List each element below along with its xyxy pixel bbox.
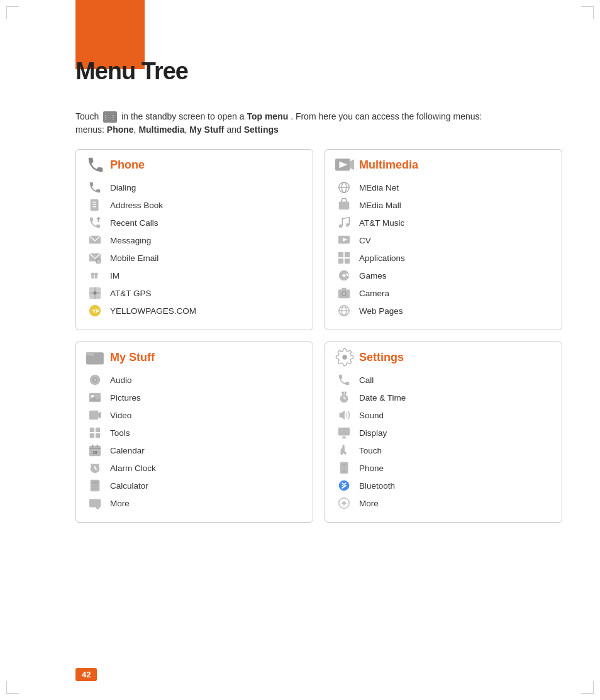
intro-continuation: . From here you can access the following… xyxy=(291,111,482,121)
mm-item-webpages: Web Pages xyxy=(335,302,552,319)
mm-item-medianet: MEdia Net xyxy=(335,179,552,196)
svg-point-37 xyxy=(347,275,349,277)
svg-point-71 xyxy=(92,486,93,487)
datetime-icon: 10 xyxy=(335,391,353,404)
ms-item-tools: Tools xyxy=(86,424,303,442)
attmusic-label: AT&T Music xyxy=(359,218,404,228)
svg-point-76 xyxy=(97,487,98,489)
mobileemail-icon: @ xyxy=(86,251,104,265)
svg-marker-86 xyxy=(340,411,345,420)
phone-title-icon xyxy=(86,157,105,172)
mm-item-applications: Applications xyxy=(335,249,552,267)
top-menu-label: Top menu xyxy=(247,111,288,121)
audio-icon xyxy=(86,373,104,387)
im-icon xyxy=(86,269,104,282)
mm-item-games: Games xyxy=(335,267,552,284)
set-item-touch: Touch xyxy=(335,442,552,459)
svg-rect-30 xyxy=(345,252,350,257)
svg-point-8 xyxy=(91,272,95,276)
webpages-label: Web Pages xyxy=(359,306,403,316)
phone-item-dialing: Dialing xyxy=(86,179,303,196)
camera-label: Camera xyxy=(359,289,389,298)
set-item-sound: Sound xyxy=(335,406,552,424)
bluetooth-label: Bluetooth xyxy=(359,481,395,491)
svg-marker-19 xyxy=(350,159,354,170)
svg-rect-46 xyxy=(86,353,94,356)
mystuff-title-text: My Stuff xyxy=(110,351,155,364)
multimedia-box: Multimedia MEdia Net MEdia Mall AT&T Mus… xyxy=(325,149,562,330)
medianet-icon xyxy=(335,181,353,194)
svg-point-75 xyxy=(94,487,96,489)
multimedia-title-icon xyxy=(335,157,354,172)
mobileemail-label: Mobile Email xyxy=(110,253,158,263)
settings-box: Settings Call 10 Date & Time Sound Displ… xyxy=(325,342,562,523)
ms-item-more: More xyxy=(86,494,303,512)
phone-item-messaging: Messaging xyxy=(86,231,303,249)
phone-box: Phone Dialing Address Book Recent Calls xyxy=(75,149,313,330)
svg-point-10 xyxy=(91,275,94,279)
svg-rect-58 xyxy=(96,433,100,438)
settings-box-title: Settings xyxy=(335,350,552,365)
ms-item-video: Video xyxy=(86,406,303,424)
svg-point-91 xyxy=(343,470,345,472)
phone-item-recentcalls: Recent Calls xyxy=(86,214,303,231)
tools-icon xyxy=(86,426,104,440)
call-icon xyxy=(335,373,353,387)
dialing-icon xyxy=(86,181,104,194)
intro-text: Touch in the standby screen to open a To… xyxy=(75,110,535,136)
settings-label: Settings xyxy=(244,125,279,135)
intro-before: Touch xyxy=(75,111,99,121)
page-title-text: Menu Tree xyxy=(75,58,188,84)
recentcalls-icon xyxy=(86,216,104,230)
ms-item-alarmclock: Alarm Clock xyxy=(86,459,303,477)
mediamall-label: MEdia Mall xyxy=(359,201,401,210)
phone-item-mobileemail: @ Mobile Email xyxy=(86,249,303,267)
svg-marker-54 xyxy=(99,412,101,419)
svg-rect-24 xyxy=(339,202,350,210)
page-title: Menu Tree xyxy=(75,25,562,85)
svg-text:10: 10 xyxy=(342,392,346,395)
video-icon xyxy=(86,408,104,422)
dialing-label: Dialing xyxy=(110,183,136,192)
multimedia-box-title: Multimedia xyxy=(335,157,552,172)
menu-grid: Phone Dialing Address Book Recent Calls xyxy=(75,149,562,523)
set-more-icon xyxy=(335,496,353,510)
mystuff-box-title: My Stuff xyxy=(86,350,303,365)
svg-point-15 xyxy=(93,291,97,295)
attmusic-icon xyxy=(335,216,353,230)
mm-item-camera: Camera xyxy=(335,284,552,302)
svg-rect-55 xyxy=(90,428,94,432)
ms-item-calendar: 30 Calendar xyxy=(86,442,303,459)
games-icon xyxy=(335,269,353,282)
medianet-label: MEdia Net xyxy=(359,183,399,192)
calculator-label: Calculator xyxy=(110,481,148,491)
svg-line-67 xyxy=(91,464,93,466)
title-area: Menu Tree xyxy=(75,25,562,91)
set-item-datetime: 10 Date & Time xyxy=(335,389,552,406)
svg-rect-41 xyxy=(342,288,346,291)
audio-label: Audio xyxy=(110,375,132,385)
mm-item-attmusic: AT&T Music xyxy=(335,214,552,231)
addressbook-icon xyxy=(86,198,104,212)
alarmclock-icon xyxy=(86,461,104,475)
calendar-icon: 30 xyxy=(86,443,104,457)
set-item-display: Display xyxy=(335,424,552,442)
page-number: 42 xyxy=(75,668,97,681)
svg-point-72 xyxy=(94,486,96,487)
mystuff-label: My Stuff xyxy=(189,125,224,135)
pictures-label: Pictures xyxy=(110,393,141,403)
calculator-icon xyxy=(86,479,104,492)
intro-menus: menus: Phone, Multimedia, My Stuff and S… xyxy=(75,125,279,135)
svg-text:30: 30 xyxy=(92,450,97,455)
svg-point-25 xyxy=(339,225,343,228)
phone-item-addressbook: Address Book xyxy=(86,196,303,214)
cv-label: CV xyxy=(359,236,371,245)
svg-rect-29 xyxy=(338,252,343,257)
addressbook-label: Address Book xyxy=(110,201,163,210)
svg-rect-31 xyxy=(338,258,343,264)
svg-rect-70 xyxy=(92,482,97,484)
svg-rect-57 xyxy=(90,433,94,438)
calendar-label: Calendar xyxy=(110,446,145,455)
svg-point-93 xyxy=(339,481,350,491)
svg-line-68 xyxy=(97,464,99,466)
